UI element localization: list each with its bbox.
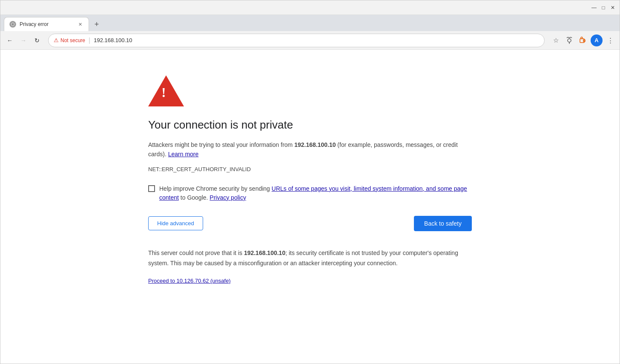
maximize-button[interactable]: □ [600,4,607,11]
address-bar[interactable]: ⚠ Not secure | 192.168.100.10 [48,34,545,47]
tab-title: Privacy error [20,21,73,27]
nav-bar: ← → ↻ ⚠ Not secure | 192.168.100.10 ☆ [0,31,620,50]
server-description: This server could not prove that it is 1… [148,248,472,269]
svg-point-2 [568,39,571,42]
svg-point-6 [581,37,583,39]
extension-icon[interactable] [577,34,589,46]
address-separator: | [89,37,90,44]
checkbox-section: Help improve Chrome security by sending … [148,184,472,202]
tab-favicon [9,21,16,28]
minimize-button[interactable]: — [591,4,597,11]
url-text: 192.168.100.10 [94,37,132,43]
reload-button[interactable]: ↻ [31,34,43,46]
error-heading: Your connection is not private [148,118,472,132]
security-checkbox[interactable] [148,185,155,192]
bookmark-icon[interactable]: ☆ [550,34,562,46]
privacy-policy-link[interactable]: Privacy policy [210,194,246,201]
hide-advanced-button[interactable]: Hide advanced [148,216,203,230]
proceed-link[interactable]: Proceed to 10.126.70.62 (unsafe) [148,278,231,284]
error-icon [148,75,472,108]
forward-button[interactable]: → [17,34,29,46]
checkbox-label: Help improve Chrome security by sending … [159,184,472,202]
svg-point-1 [12,23,14,25]
back-to-safety-button[interactable]: Back to safety [414,216,472,231]
title-bar: — □ ✕ [0,0,620,15]
spy-extension-icon[interactable] [563,34,575,46]
warning-triangle [148,75,184,106]
security-warning: ⚠ Not secure [54,37,85,43]
window-controls: — □ ✕ [591,4,616,11]
error-container: Your connection is not private Attackers… [148,75,472,347]
error-description: Attackers might be trying to steal your … [148,140,472,159]
menu-button[interactable]: ⋮ [604,34,616,46]
learn-more-link[interactable]: Learn more [168,151,199,158]
toolbar-icons: ☆ A ⋮ [550,34,616,46]
profile-avatar[interactable]: A [591,34,603,46]
active-tab[interactable]: Privacy error ✕ [4,17,89,31]
tab-bar: Privacy error ✕ + [0,15,620,31]
warning-icon: ⚠ [54,37,59,43]
new-tab-button[interactable]: + [91,18,103,30]
page-content: Your connection is not private Attackers… [0,50,620,364]
error-code: NET::ERR_CERT_AUTHORITY_INVALID [148,166,472,172]
browser-window: — □ ✕ Privacy error ✕ + ← → ↻ [0,0,620,364]
button-row: Hide advanced Back to safety [148,216,472,231]
close-button[interactable]: ✕ [609,4,616,11]
tab-close-button[interactable]: ✕ [77,21,83,28]
back-button[interactable]: ← [4,34,16,46]
not-secure-label: Not secure [60,37,85,43]
